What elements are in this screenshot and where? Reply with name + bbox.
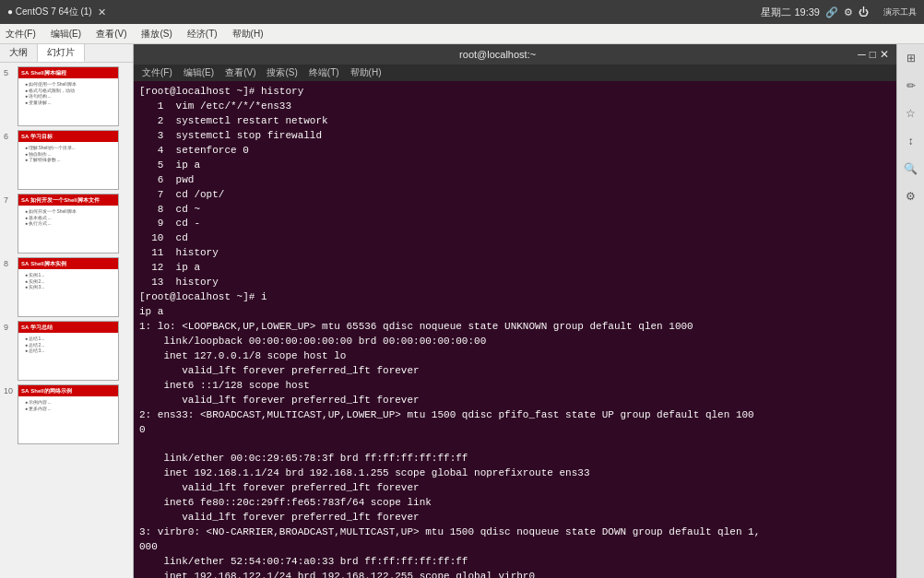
os-topbar: ● CentOS 7 64位 (1) ✕ 星期二 19:39 🔗 ⚙ ⏻ 演示工…	[0, 0, 924, 24]
terminal-title: root@localhost:~	[141, 49, 854, 60]
network-icon[interactable]: 🔗	[825, 6, 838, 18]
slide-number-6: 6	[4, 130, 15, 141]
terminal-output: [root@localhost ~]# history 1 vim /etc/*…	[139, 85, 891, 578]
terminal-titlebar: root@localhost:~ ─ □ ✕	[134, 44, 896, 65]
slide-thumb-7: SA如何开发一个Shell脚本文件 ● 如何开发一个Shell脚本 ● 基本格式…	[18, 194, 119, 254]
slide-number-9: 9	[4, 321, 15, 332]
slide-view-tabs: 大纲 幻灯片	[0, 44, 133, 63]
terminal-body[interactable]: [root@localhost ~]# history 1 vim /etc/*…	[134, 81, 896, 578]
slide-thumb-9: SA学习总结 ● 总结1... ● 总结2... ● 总结3...	[18, 321, 119, 381]
arrow-icon[interactable]: ↕	[901, 131, 921, 151]
wps-menu-play[interactable]: 播放(S)	[141, 28, 172, 41]
os-topbar-close[interactable]: ✕	[98, 6, 106, 18]
gear-icon[interactable]: ⚙	[901, 186, 921, 206]
content-area: root@localhost:~ ─ □ ✕ 文件(F) 编辑(E) 查看(V)…	[134, 44, 896, 578]
terminal-menu-help[interactable]: 帮助(H)	[346, 66, 386, 79]
slide-thumb-10: SAShell的网络示例 ● 示例内容... ● 更多内容...	[18, 384, 119, 444]
os-topbar-app-name: ● CentOS 7 64位 (1)	[7, 6, 92, 18]
settings-icon[interactable]: ⚙	[844, 6, 853, 18]
terminal-maximize-btn[interactable]: □	[870, 48, 876, 61]
slide-list: 5 SAShell脚本编程 ● 如何使用一个Shell脚本 ● 格式与格式限制，…	[0, 63, 133, 578]
slide-item-9[interactable]: 9 SA学习总结 ● 总结1... ● 总结2... ● 总结3...	[4, 321, 129, 381]
tab-outline[interactable]: 大纲	[0, 44, 38, 62]
slide-number-8: 8	[4, 257, 15, 268]
terminal-menu-view[interactable]: 查看(V)	[220, 66, 260, 79]
terminal-window: root@localhost:~ ─ □ ✕ 文件(F) 编辑(E) 查看(V)…	[134, 44, 896, 578]
left-panel: 大纲 幻灯片 5 SAShell脚本编程 ● 如何使用一个Shell脚本 ● 格…	[0, 44, 134, 578]
terminal-close-btn[interactable]: ✕	[880, 48, 889, 61]
os-time: 星期二 19:39	[761, 6, 820, 19]
slide-thumb-8: SAShell脚本实例 ● 实例1... ● 实例2... ● 实例3...	[18, 257, 119, 317]
wps-menu-bar: 文件(F) 编辑(E) 查看(V) 播放(S) 经济(T) 帮助(H)	[0, 24, 924, 44]
terminal-menu-edit[interactable]: 编辑(E)	[179, 66, 219, 79]
wps-menu-edit[interactable]: 编辑(E)	[51, 28, 81, 41]
slide-item-6[interactable]: 6 SA学习目标 ● 理解Shell的一个目录... ● 独自制作... ● 了…	[4, 130, 129, 190]
terminal-menubar: 文件(F) 编辑(E) 查看(V) 搜索(S) 终端(T) 帮助(H)	[134, 65, 896, 81]
terminal-minimize-btn[interactable]: ─	[858, 48, 866, 61]
slide-thumb-5: SAShell脚本编程 ● 如何使用一个Shell脚本 ● 格式与格式限制，动动…	[18, 66, 119, 126]
wps-menu-file[interactable]: 文件(F)	[6, 28, 36, 41]
pen-icon[interactable]: ✏	[901, 76, 921, 96]
terminal-menu-search[interactable]: 搜索(S)	[262, 66, 302, 79]
search-icon[interactable]: 🔍	[901, 159, 921, 179]
terminal-menu-terminal[interactable]: 终端(T)	[304, 66, 344, 79]
演示-label: 演示工具	[883, 6, 917, 18]
wps-menu-view[interactable]: 查看(V)	[96, 28, 126, 41]
slide-number-7: 7	[4, 194, 15, 205]
os-topbar-left: ● CentOS 7 64位 (1) ✕	[7, 6, 106, 18]
wps-menu-econ[interactable]: 经济(T)	[187, 28, 218, 41]
tab-slides[interactable]: 幻灯片	[38, 44, 85, 62]
slide-item-7[interactable]: 7 SA如何开发一个Shell脚本文件 ● 如何开发一个Shell脚本 ● 基本…	[4, 194, 129, 254]
slide-thumb-6: SA学习目标 ● 理解Shell的一个目录... ● 独自制作... ● 了解特…	[18, 130, 119, 190]
star-icon[interactable]: ☆	[901, 103, 921, 124]
power-icon[interactable]: ⏻	[859, 6, 869, 18]
slide-number-10: 10	[4, 384, 15, 395]
slide-item-8[interactable]: 8 SAShell脚本实例 ● 实例1... ● 实例2... ● 实例3...	[4, 257, 129, 317]
slide-number-5: 5	[4, 66, 15, 77]
wps-menu-help[interactable]: 帮助(H)	[232, 28, 264, 41]
os-topbar-right: 星期二 19:39 🔗 ⚙ ⏻ 演示工具	[761, 6, 917, 19]
terminal-menu-file[interactable]: 文件(F)	[137, 66, 177, 79]
main-layout: 大纲 幻灯片 5 SAShell脚本编程 ● 如何使用一个Shell脚本 ● 格…	[0, 44, 924, 578]
expand-icon[interactable]: ⊞	[901, 48, 921, 68]
slide-item-5[interactable]: 5 SAShell脚本编程 ● 如何使用一个Shell脚本 ● 格式与格式限制，…	[4, 66, 129, 126]
slide-item-10[interactable]: 10 SAShell的网络示例 ● 示例内容... ● 更多内容...	[4, 384, 129, 444]
right-sidebar: ⊞ ✏ ☆ ↕ 🔍 ⚙	[896, 44, 924, 578]
